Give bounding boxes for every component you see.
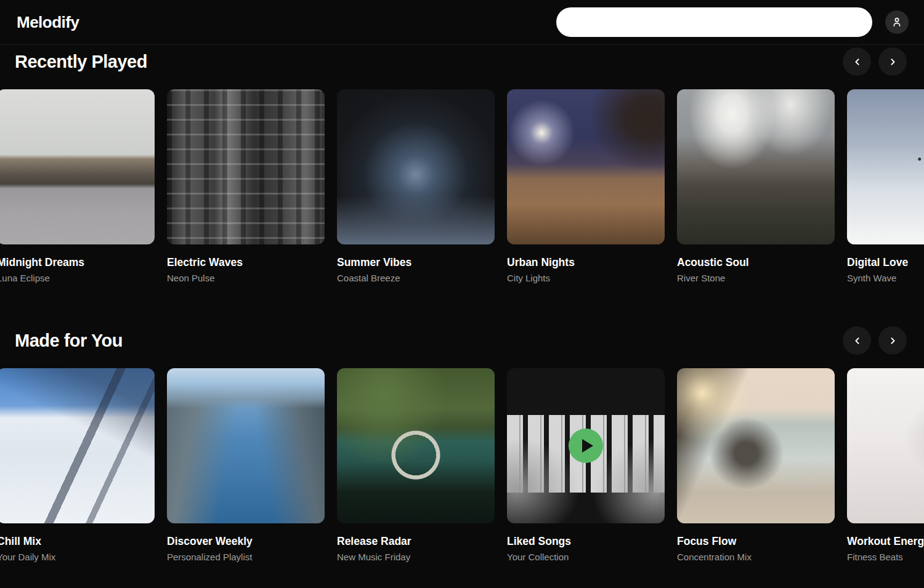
- section-title: Made for You: [15, 331, 123, 351]
- card-subtitle: Coastal Breeze: [337, 273, 495, 283]
- album-art[interactable]: [0, 89, 155, 244]
- card-subtitle: River Stone: [677, 273, 835, 283]
- card-subtitle: Concentration Mix: [677, 552, 835, 562]
- play-button[interactable]: [569, 429, 603, 463]
- album-art[interactable]: [0, 368, 155, 523]
- card-subtitle: Synth Wave: [847, 273, 924, 283]
- chevron-right-icon: [888, 336, 898, 346]
- card-subtitle: Personalized Playlist: [167, 552, 325, 562]
- playlist-card-urban-nights[interactable]: Urban Nights City Lights: [507, 89, 665, 283]
- card-title: Chill Mix: [0, 535, 155, 548]
- playlist-card-workout-energy[interactable]: Workout Energy Fitness Beats: [847, 368, 924, 562]
- playlist-card-liked-songs[interactable]: Liked Songs Your Collection: [507, 368, 665, 562]
- playlist-card-discover-weekly[interactable]: Discover Weekly Personalized Playlist: [167, 368, 325, 562]
- profile-button[interactable]: [885, 10, 909, 34]
- section-made-for-you: Made for You Chill Mix Your Daily Mix: [0, 326, 924, 562]
- card-subtitle: New Music Friday: [337, 552, 495, 562]
- main-content: Recently Played Midnight Dreams Luna E: [0, 47, 924, 562]
- card-subtitle: City Lights: [507, 273, 665, 283]
- album-art[interactable]: [337, 89, 495, 244]
- chevron-left-icon: [852, 57, 862, 67]
- card-subtitle: Neon Pulse: [167, 273, 325, 283]
- card-subtitle: Your Collection: [507, 552, 665, 562]
- card-subtitle: Your Daily Mix: [0, 552, 155, 562]
- chevron-right-icon: [888, 57, 898, 67]
- playlist-card-midnight-dreams[interactable]: Midnight Dreams Luna Eclipse: [0, 89, 155, 283]
- scroll-right-button[interactable]: [878, 326, 907, 355]
- playlist-card-focus-flow[interactable]: Focus Flow Concentration Mix: [677, 368, 835, 562]
- scroll-left-button[interactable]: [843, 326, 871, 355]
- playlist-card-release-radar[interactable]: Release Radar New Music Friday: [337, 368, 495, 562]
- section-title: Recently Played: [15, 52, 147, 72]
- card-title: Summer Vibes: [337, 256, 495, 269]
- card-title: Digital Love: [847, 256, 924, 269]
- playlist-card-digital-love[interactable]: Digital Love Synth Wave: [847, 89, 924, 283]
- card-title: Focus Flow: [677, 535, 835, 548]
- chevron-left-icon: [852, 336, 862, 346]
- card-title: Midnight Dreams: [0, 256, 155, 269]
- play-icon: [582, 439, 593, 453]
- album-art[interactable]: [847, 89, 924, 244]
- album-art[interactable]: [507, 89, 665, 244]
- album-art[interactable]: [337, 368, 495, 523]
- section-recently-played: Recently Played Midnight Dreams Luna E: [0, 47, 924, 283]
- section-header: Made for You: [0, 326, 924, 355]
- carousel-recently-played[interactable]: Midnight Dreams Luna Eclipse Electric Wa…: [0, 89, 924, 283]
- card-subtitle: Luna Eclipse: [0, 273, 155, 283]
- section-header: Recently Played: [0, 47, 924, 76]
- card-title: Liked Songs: [507, 535, 665, 548]
- search-input[interactable]: [556, 7, 872, 37]
- top-bar: Melodify: [0, 0, 924, 45]
- scroll-controls: [843, 47, 907, 76]
- playlist-card-electric-waves[interactable]: Electric Waves Neon Pulse: [167, 89, 325, 283]
- album-art[interactable]: [507, 368, 665, 523]
- album-art[interactable]: [167, 89, 325, 244]
- app-logo: Melodify: [17, 13, 79, 32]
- card-title: Urban Nights: [507, 256, 665, 269]
- album-art[interactable]: [167, 368, 325, 523]
- album-art[interactable]: [677, 89, 835, 244]
- playlist-card-chill-mix[interactable]: Chill Mix Your Daily Mix: [0, 368, 155, 562]
- card-subtitle: Fitness Beats: [847, 552, 924, 562]
- album-art[interactable]: [847, 368, 924, 523]
- scroll-right-button[interactable]: [878, 47, 907, 76]
- user-icon: [891, 16, 903, 28]
- card-title: Discover Weekly: [167, 535, 325, 548]
- playlist-card-summer-vibes[interactable]: Summer Vibes Coastal Breeze: [337, 89, 495, 283]
- playlist-card-acoustic-soul[interactable]: Acoustic Soul River Stone: [677, 89, 835, 283]
- album-art[interactable]: [677, 368, 835, 523]
- card-title: Workout Energy: [847, 535, 924, 548]
- card-title: Acoustic Soul: [677, 256, 835, 269]
- scroll-left-button[interactable]: [843, 47, 871, 76]
- carousel-made-for-you[interactable]: Chill Mix Your Daily Mix Discover Weekly…: [0, 368, 924, 562]
- card-title: Electric Waves: [167, 256, 325, 269]
- scroll-controls: [843, 326, 907, 355]
- card-title: Release Radar: [337, 535, 495, 548]
